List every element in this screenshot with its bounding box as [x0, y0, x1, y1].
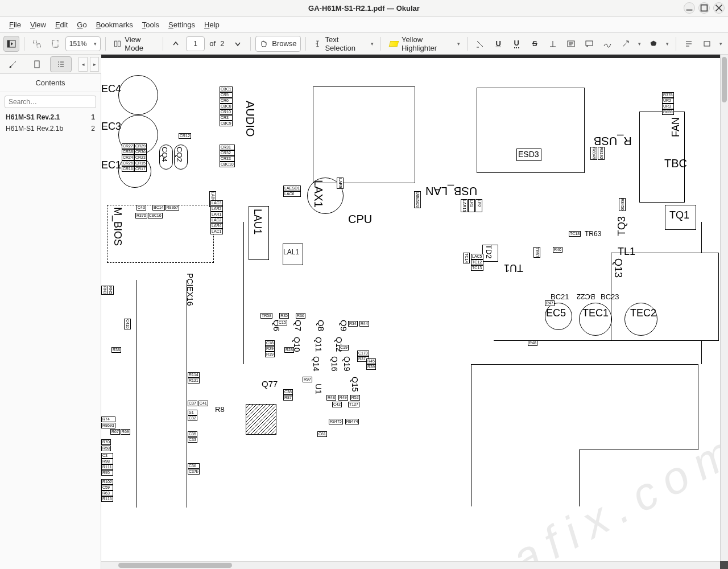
- view-mode-label: View Mode: [125, 35, 154, 52]
- svg-rect-10: [115, 41, 117, 47]
- svg-marker-6: [11, 42, 13, 46]
- sidepanel-nav-next[interactable]: ▸: [90, 57, 99, 72]
- contents-search-input[interactable]: [5, 96, 96, 108]
- freehand-button[interactable]: [599, 36, 615, 52]
- label-tq3: TQ3: [616, 216, 628, 236]
- pciex16-line: [136, 280, 137, 508]
- view-mode-button[interactable]: View Mode: [110, 36, 158, 52]
- toc-item-page: 1: [91, 113, 95, 121]
- text-selection-button[interactable]: Text Selection: [310, 36, 366, 52]
- stamp-button[interactable]: [646, 36, 661, 52]
- sidepanel-tab-contents[interactable]: [50, 56, 72, 72]
- menu-view[interactable]: View: [26, 18, 51, 31]
- label-q13: Q13: [612, 258, 624, 278]
- svg-rect-8: [37, 44, 40, 47]
- highlighter-dropdown[interactable]: ▾: [455, 41, 462, 47]
- close-button[interactable]: [713, 2, 725, 14]
- zoom-select-button[interactable]: [29, 36, 45, 52]
- browse-tool-button[interactable]: Browse: [255, 36, 300, 52]
- menu-go[interactable]: Go: [72, 18, 91, 31]
- stamp-dropdown[interactable]: ▾: [664, 41, 671, 47]
- page-canvas[interactable]: AUDIO CPU LAX1 LAU1 LAL1 USB_LAN ESD3 R_…: [101, 58, 720, 561]
- label-ec4: EC4: [101, 83, 121, 95]
- fit-width-button[interactable]: [47, 36, 63, 52]
- note-inline-button[interactable]: [563, 36, 579, 52]
- sidepanel-nav-prev[interactable]: ◂: [78, 57, 88, 72]
- insert-text-button[interactable]: [545, 36, 561, 52]
- label-ec5: EC5: [546, 307, 566, 319]
- highlighter-button[interactable]: Yellow Highlighter: [386, 36, 453, 52]
- rect-dropdown[interactable]: ▾: [717, 41, 725, 47]
- label-tec1: TEC1: [582, 307, 609, 319]
- text-selection-label: Text Selection: [325, 35, 362, 52]
- text-cursor-icon: [314, 39, 321, 48]
- label-tec2: TEC2: [630, 307, 656, 319]
- label-cpu: CPU: [348, 213, 372, 226]
- menu-help[interactable]: Help: [200, 18, 224, 31]
- label-tc18: TC18: [569, 231, 581, 237]
- toc-item[interactable]: H61M-S1 Rev.2.1 1: [0, 112, 101, 123]
- vertical-scrollbar-thumb[interactable]: [722, 57, 727, 102]
- zoom-level-combobox[interactable]: 151% ▾: [65, 36, 101, 51]
- svg-rect-7: [34, 40, 36, 43]
- note-popup-button[interactable]: [581, 36, 597, 52]
- sidepanel-tab-bookmarks[interactable]: [26, 56, 48, 72]
- horizontal-scrollbar-thumb[interactable]: [118, 563, 232, 568]
- label-r-usb: R_USB: [594, 134, 632, 147]
- label-ec3: EC3: [101, 121, 121, 133]
- table-of-contents: H61M-S1 Rev.2.1 1 H61M-S1 Rev.2.1b 2: [0, 112, 101, 569]
- menu-tools[interactable]: Tools: [138, 18, 164, 31]
- shapes-dropdown[interactable]: ▾: [636, 41, 643, 47]
- label-td2: TD2: [485, 245, 493, 259]
- side-panel: ◂ ▸ Contents H61M-S1 Rev.2.1 1 H61M-S1 R…: [0, 55, 101, 569]
- browse-label: Browse: [272, 39, 296, 48]
- title-bar: GA-H61M-S1-R2.1.pdf — Okular: [0, 0, 728, 17]
- next-page-button[interactable]: [230, 36, 246, 52]
- label-tr63: TR63: [585, 230, 601, 238]
- label-tl1: TL1: [618, 246, 635, 258]
- minimize-button[interactable]: [684, 2, 695, 14]
- page-total-label: 2: [220, 39, 228, 48]
- svg-rect-23: [35, 61, 39, 68]
- label-usb-lan: USB_LAN: [425, 184, 477, 197]
- arrow-annot-button[interactable]: [618, 36, 634, 52]
- underline-u-button[interactable]: U: [490, 36, 506, 52]
- svg-rect-1: [701, 5, 708, 11]
- horizontal-scrollbar[interactable]: [101, 561, 720, 569]
- svg-rect-22: [704, 42, 710, 46]
- strikethrough-button[interactable]: S: [527, 36, 543, 52]
- label-tu1: TU1: [504, 262, 523, 274]
- underline-annot-button[interactable]: [472, 36, 488, 52]
- label-bc21: BC21: [551, 292, 569, 301]
- sidebar-toggle-button[interactable]: [3, 36, 19, 52]
- label-esd3: ESD3: [518, 150, 539, 159]
- chevron-down-icon: ▾: [94, 41, 97, 47]
- toc-item[interactable]: H61M-S1 Rev.2.1b 2: [0, 123, 101, 134]
- menu-edit[interactable]: Edit: [51, 18, 72, 31]
- refdes-cluster-audio: CBC1 CR5 CR6 CBC8 CR10 CR3 CBC9: [220, 86, 233, 126]
- underline-u2-button[interactable]: U: [508, 36, 524, 52]
- pciex16-line2: [187, 280, 187, 508]
- side-panel-tabs: ◂ ▸: [0, 55, 101, 74]
- menu-bookmarks[interactable]: Bookmarks: [92, 18, 138, 31]
- sidepanel-tab-annotations[interactable]: [2, 56, 24, 72]
- svg-rect-9: [52, 40, 58, 47]
- label-ec1: EC1: [101, 159, 121, 171]
- prev-page-button[interactable]: [168, 36, 184, 52]
- highlighter-icon: [389, 41, 399, 47]
- rect-annot-button[interactable]: [699, 36, 715, 52]
- vertical-scrollbar[interactable]: [720, 55, 728, 561]
- toolbar: 151% ▾ View Mode 1 of 2 Browse Text Sele…: [0, 33, 728, 55]
- menu-settings[interactable]: Settings: [164, 18, 200, 31]
- document-viewport[interactable]: AUDIO CPU LAX1 LAU1 LAL1 USB_LAN ESD3 R_…: [101, 55, 728, 569]
- r48-line: [494, 340, 704, 341]
- text-selection-dropdown[interactable]: ▾: [369, 41, 376, 47]
- hatched-block: [246, 404, 276, 435]
- maximize-button[interactable]: [698, 2, 710, 14]
- page-number-input[interactable]: 1: [186, 36, 205, 51]
- contents-search-wrap: [0, 92, 101, 112]
- align-button[interactable]: [681, 36, 697, 52]
- menu-file[interactable]: File: [5, 18, 26, 31]
- refdes-cluster-cr2x: CR27 CR29 CR38 CR36 CR24 CR23 CR26 CR15 …: [122, 143, 147, 172]
- menu-bar: File View Edit Go Bookmarks Tools Settin…: [0, 17, 728, 33]
